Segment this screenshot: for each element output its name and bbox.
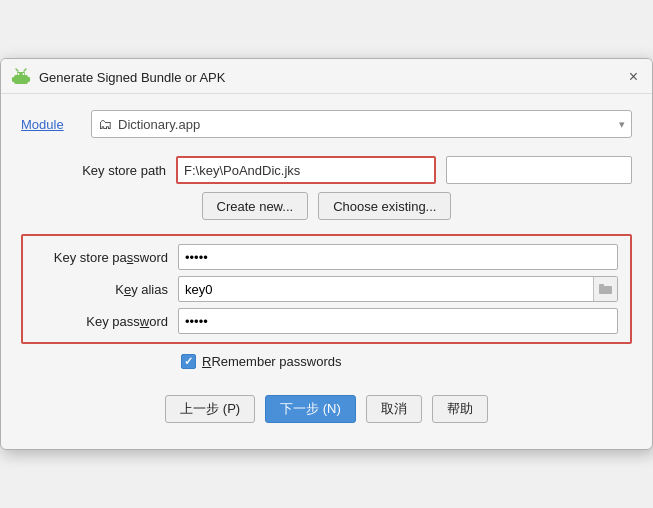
keystore-password-input[interactable] — [178, 244, 618, 270]
android-icon — [11, 67, 31, 87]
create-new-button[interactable]: Create new... — [202, 192, 309, 220]
svg-rect-9 — [599, 284, 604, 287]
next-button[interactable]: 下一步 (N) — [265, 395, 356, 423]
svg-rect-1 — [17, 72, 25, 78]
svg-line-4 — [16, 69, 18, 71]
dialog-title: Generate Signed Bundle or APK — [39, 70, 225, 85]
svg-rect-8 — [599, 286, 612, 294]
module-select[interactable]: 🗂 Dictionary.app ▾ — [91, 110, 632, 138]
remember-passwords-checkbox[interactable] — [181, 354, 196, 369]
key-password-input[interactable] — [178, 308, 618, 334]
module-row: Module 🗂 Dictionary.app ▾ — [21, 110, 632, 138]
svg-point-2 — [18, 73, 20, 75]
chevron-down-icon: ▾ — [619, 118, 625, 131]
key-password-label: Key password — [33, 314, 168, 329]
module-label[interactable]: Module — [21, 117, 81, 132]
folder-icon: 🗂 — [98, 116, 112, 132]
key-alias-label: Key alias — [33, 282, 168, 297]
choose-existing-button[interactable]: Choose existing... — [318, 192, 451, 220]
key-alias-browse-button[interactable] — [593, 277, 617, 301]
remember-passwords-label[interactable]: RRemember passwords — [202, 354, 341, 369]
keystore-password-row: Key store password — [23, 244, 630, 270]
svg-point-3 — [23, 73, 25, 75]
keystore-path-input[interactable] — [176, 156, 436, 184]
keystore-action-buttons: Create new... Choose existing... — [21, 192, 632, 220]
key-alias-row: Key alias — [23, 276, 630, 302]
bottom-buttons: 上一步 (P) 下一步 (N) 取消 帮助 — [21, 385, 632, 437]
svg-line-5 — [24, 69, 26, 71]
key-alias-input-wrapper — [178, 276, 618, 302]
keystore-path-label: Key store path — [21, 163, 166, 178]
svg-rect-7 — [28, 77, 31, 82]
keystore-password-label: Key store password — [33, 250, 168, 265]
svg-rect-6 — [12, 77, 15, 82]
back-button[interactable]: 上一步 (P) — [165, 395, 255, 423]
cancel-button[interactable]: 取消 — [366, 395, 422, 423]
title-bar: Generate Signed Bundle or APK × — [1, 59, 652, 94]
module-value: Dictionary.app — [118, 117, 200, 132]
close-button[interactable]: × — [627, 69, 640, 85]
key-password-row: Key password — [23, 308, 630, 334]
keystore-path-row: Key store path — [21, 156, 632, 184]
keystore-path-rest — [446, 156, 632, 184]
key-alias-input[interactable] — [179, 277, 593, 301]
remember-passwords-row: RRemember passwords — [21, 354, 632, 369]
folder-browse-icon — [599, 283, 613, 295]
help-button[interactable]: 帮助 — [432, 395, 488, 423]
